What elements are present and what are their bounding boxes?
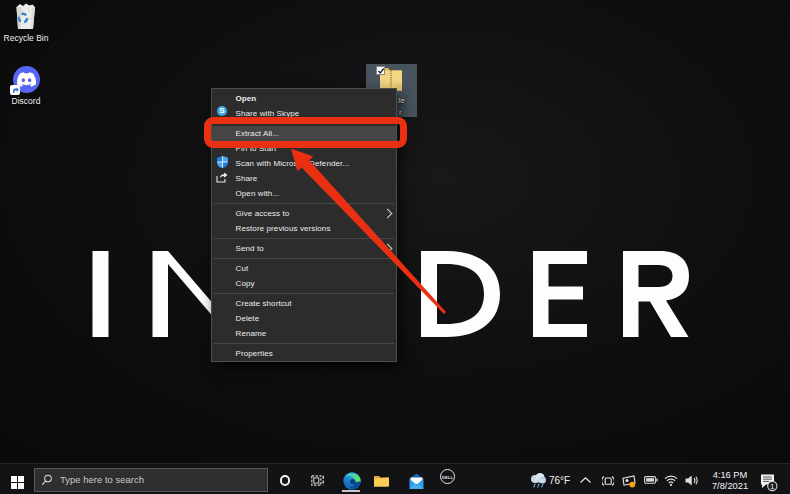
svg-text:1: 1 (770, 482, 775, 491)
